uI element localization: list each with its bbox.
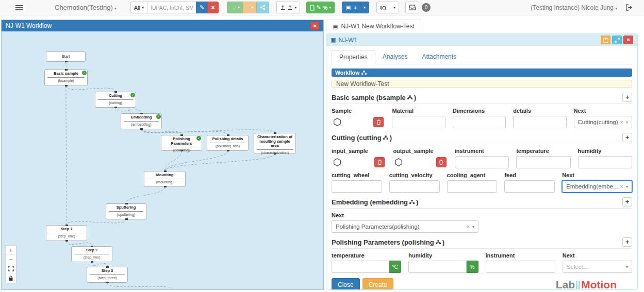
- node-handle[interactable]: [65, 69, 68, 71]
- workflow-canvas[interactable]: + − StartBasic sample(bsample)✓Cutting(c…: [2, 31, 323, 289]
- close-detail-button[interactable]: ✖: [623, 36, 633, 44]
- inbox-button[interactable]: [405, 2, 419, 13]
- node-handle[interactable]: [106, 282, 109, 283]
- delete-sample-button[interactable]: [436, 157, 447, 167]
- structure-search-dropdown[interactable]: ▾: [390, 2, 399, 13]
- close-workflow-panel-button[interactable]: ✖: [310, 22, 319, 30]
- clear-search-button[interactable]: ✖: [207, 2, 219, 13]
- structure-editor-button[interactable]: ✎: [196, 2, 208, 13]
- workflow-node-bsample[interactable]: Basic sample(bsample)✓: [44, 70, 88, 86]
- workflow-node-characterization[interactable]: Characterization of resulting sample are…: [254, 133, 296, 154]
- next-select[interactable]: Cutting(cutting) × ▾: [574, 116, 632, 128]
- structure-search-button[interactable]: [376, 2, 390, 13]
- sample-drop-zone[interactable]: [332, 116, 385, 128]
- share-button[interactable]: [256, 2, 269, 13]
- node-handle[interactable]: [274, 132, 276, 134]
- add-field-button[interactable]: +: [622, 133, 632, 142]
- node-handle[interactable]: [140, 128, 143, 130]
- node-handle[interactable]: [65, 85, 68, 87]
- detail-tab[interactable]: ▣ NJ-W1 New Workflow-Test: [326, 20, 421, 32]
- feed-input[interactable]: [504, 180, 555, 193]
- node-handle[interactable]: [164, 170, 167, 172]
- humidity-input[interactable]: [408, 261, 466, 273]
- next-select[interactable]: Embedding(embe... × ▾: [562, 180, 632, 193]
- unit-percent-button[interactable]: %: [467, 261, 478, 273]
- workflow-node-mounting[interactable]: Mounting(mounting): [144, 171, 186, 187]
- next-select[interactable]: Select... ▾: [563, 261, 632, 273]
- node-handle[interactable]: [125, 218, 128, 220]
- tab-properties[interactable]: Properties: [332, 50, 375, 64]
- create-element-button[interactable]: ▣+: [342, 2, 360, 13]
- delete-sample-button[interactable]: [373, 117, 384, 127]
- search-filter-dropdown[interactable]: All▾: [130, 2, 147, 13]
- cutting-velocity-input[interactable]: [389, 180, 440, 193]
- clear-icon[interactable]: ×: [620, 119, 623, 125]
- temperature-input[interactable]: [516, 156, 570, 168]
- tab-analyses[interactable]: Analyses: [375, 50, 415, 64]
- expand-button[interactable]: [612, 36, 622, 44]
- zoom-in-button[interactable]: +: [6, 246, 16, 255]
- unit-celsius-button[interactable]: °C: [389, 261, 401, 273]
- logout-button[interactable]: [622, 2, 636, 13]
- workflow-node-step_one[interactable]: Step 1(step_one): [46, 225, 87, 241]
- workflow-node-polishing[interactable]: Polishing Parameters(polishing)✓: [161, 135, 202, 151]
- delete-sample-button[interactable]: [374, 157, 385, 167]
- export-button[interactable]: →▾: [227, 2, 243, 13]
- material-input[interactable]: [392, 116, 445, 128]
- instrument-input[interactable]: [455, 156, 509, 168]
- next-select[interactable]: Polishing Parameters(polishing) × ▾: [332, 220, 478, 233]
- create-button[interactable]: Create: [362, 278, 393, 289]
- details-input[interactable]: [513, 116, 566, 128]
- zoom-out-button[interactable]: −: [6, 255, 16, 264]
- node-handle[interactable]: [91, 261, 93, 263]
- sample-task-button[interactable]: ▾: [276, 2, 300, 13]
- node-handle[interactable]: [114, 91, 117, 93]
- hamburger-menu-icon[interactable]: [15, 5, 23, 10]
- fit-view-button[interactable]: [6, 264, 16, 273]
- tab-attachments[interactable]: Attachments: [415, 50, 464, 64]
- node-handle[interactable]: [106, 266, 109, 268]
- node-handle[interactable]: [227, 150, 229, 151]
- workflow-name-input[interactable]: [332, 80, 632, 88]
- workflow-node-step_two[interactable]: Step 2(step_two): [71, 246, 112, 262]
- user-menu[interactable]: (Testing Instance) Nicole Jung▾: [531, 4, 617, 11]
- node-handle[interactable]: [65, 61, 68, 62]
- instrument-input[interactable]: [486, 261, 555, 273]
- document-edit-button[interactable]: ✎ % ▾: [306, 2, 335, 13]
- node-handle[interactable]: [114, 107, 117, 108]
- sample-drop-zone[interactable]: [393, 156, 447, 168]
- search-input[interactable]: [147, 2, 196, 13]
- clear-icon[interactable]: ×: [620, 183, 623, 190]
- workflow-node-polishing_two[interactable]: Polishing details(polishing_two): [207, 135, 249, 151]
- node-handle[interactable]: [180, 134, 183, 136]
- node-handle[interactable]: [227, 134, 229, 136]
- node-handle[interactable]: [65, 225, 68, 226]
- cutting-wheel-input[interactable]: [332, 180, 382, 193]
- node-handle[interactable]: [164, 186, 167, 187]
- clear-icon[interactable]: ×: [467, 224, 470, 230]
- node-handle[interactable]: [91, 246, 93, 247]
- humidity-input[interactable]: [578, 156, 632, 168]
- cooling-agent-input[interactable]: [447, 180, 498, 193]
- node-handle[interactable]: [65, 240, 68, 242]
- dimensions-input[interactable]: [453, 116, 506, 128]
- create-element-dropdown[interactable]: ▾: [360, 2, 369, 13]
- close-button[interactable]: Close: [332, 278, 360, 289]
- save-button[interactable]: [601, 36, 610, 44]
- add-field-button[interactable]: +: [622, 93, 632, 102]
- node-handle[interactable]: [180, 150, 183, 151]
- workflow-node-embedding[interactable]: Embedding(embedding)✓: [121, 113, 162, 129]
- workflow-node-cutting[interactable]: Cutting(cutting)✓: [95, 92, 136, 108]
- node-handle[interactable]: [274, 153, 276, 154]
- add-field-button[interactable]: +: [622, 197, 632, 207]
- temperature-input[interactable]: [332, 261, 389, 273]
- workflow-node-step_three[interactable]: Step 3(step_three): [87, 267, 128, 283]
- node-handle[interactable]: [125, 203, 128, 204]
- workflow-node-start[interactable]: Start: [46, 51, 86, 62]
- node-handle[interactable]: [140, 113, 143, 114]
- sample-drop-zone[interactable]: [332, 156, 386, 168]
- lock-button[interactable]: [6, 273, 16, 283]
- add-field-button[interactable]: +: [622, 237, 632, 247]
- workflow-node-sputtering[interactable]: Sputtering(sputtering): [106, 203, 146, 219]
- brand-menu[interactable]: Chemotion(Testing)▾: [55, 4, 117, 11]
